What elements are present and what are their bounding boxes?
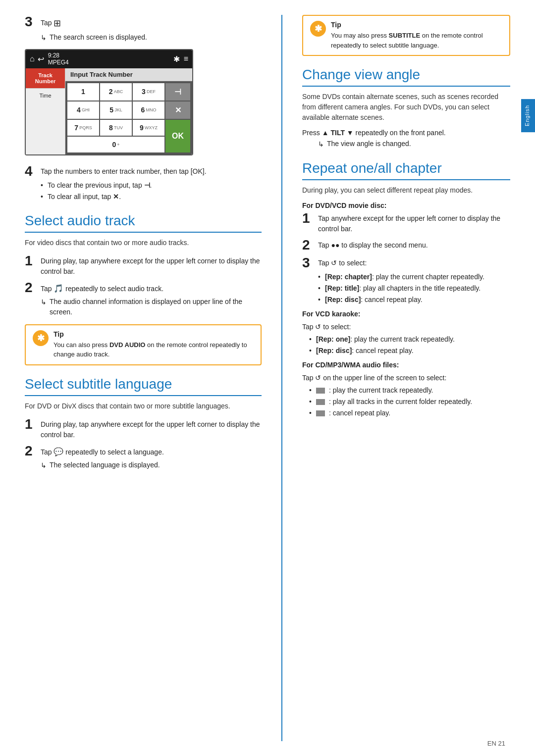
change-view-angle-heading: Change view angle [302, 67, 510, 87]
track-number-btn[interactable]: TrackNumber [26, 68, 65, 89]
screen-header-icons: ⌂ ↩ [30, 54, 44, 64]
screen-main: IInput Track Number 1 2 ABC 3 DEF ⊣ 4 GH… [65, 68, 192, 154]
numpad-9[interactable]: 9 WXYZ [133, 120, 164, 136]
subtitle-step-2-arrow-text: The selected language is displayed. [50, 460, 160, 470]
screen-time-value: 9:28 [48, 52, 69, 59]
repeat-cancel-icon [316, 410, 325, 416]
audio-tip-label: Tip [54, 330, 254, 338]
select-subtitle-heading: Select subtitle language [25, 376, 262, 396]
side-tab-english: English [521, 99, 535, 132]
numpad-4[interactable]: 4 GHI [67, 101, 99, 119]
step-3-container: 3 Tap ⊞ ↳ The search screen is displayed… [25, 15, 262, 43]
numpad-1[interactable]: 1 [67, 83, 99, 101]
dvd-step-3: 3 Tap ↺ to select: [Rep: chapter]: play … [302, 256, 510, 305]
input-track-label: IInput Track Number [65, 68, 192, 81]
audio-step-1: 1 During play, tap anywhere except for t… [25, 254, 262, 277]
screen-left-panel: TrackNumber Time [26, 68, 65, 154]
audio-step-1-num: 1 [25, 254, 36, 268]
subtitle-step-1-num: 1 [25, 417, 36, 431]
repeat-chapter-desc: During play, you can select different re… [302, 185, 510, 196]
numpad-7[interactable]: 7 PQRS [67, 120, 99, 136]
numpad-clear[interactable]: ✕ [165, 101, 190, 119]
vcd-karaoke-bullet-2: [Rep: disc]: cancel repeat play. [309, 346, 510, 356]
screen-header: ⌂ ↩ 9:28 MPEG4 ✱ ≡ [26, 50, 192, 68]
dvd-step-2: 2 Tap ●● to display the second menu. [302, 238, 510, 252]
audio-tip-box: ✱ Tip You can also press DVD AUDIO on th… [25, 324, 262, 365]
time-btn[interactable]: Time [26, 89, 65, 102]
step-3-result: ↳ The search screen is displayed. [41, 32, 262, 43]
dvd-step-1: 1 Tap anywhere except for the upper left… [302, 211, 510, 234]
vcd-karaoke-heading: For VCD karaoke: [302, 310, 510, 318]
arrow-icon-view: ↳ [318, 139, 324, 150]
dvd-step-2-text: Tap ●● to display the second menu. [318, 238, 428, 251]
audio-tip-text: You can also press DVD AUDIO on the remo… [54, 340, 254, 359]
repeat-chapter-heading: Repeat one/all chapter [302, 160, 510, 180]
numpad-6[interactable]: 6 MNO [133, 101, 164, 119]
audio-tip-icon: ✱ [33, 330, 49, 346]
back-icon: ↩ [38, 54, 44, 64]
numpad: 1 2 ABC 3 DEF ⊣ 4 GHI 5 JKL 6 MNO ✕ 7 PQ… [65, 81, 192, 154]
arrow-icon-3: ↳ [41, 33, 47, 43]
subtitle-tip-label: Tip [331, 21, 502, 29]
step-3-text: Tap ⊞ [41, 15, 61, 30]
numpad-3[interactable]: 3 DEF [133, 83, 164, 101]
subtitle-tip-icon: ✱ [310, 21, 326, 37]
screen-icon-2: ≡ [184, 54, 188, 63]
step-4-text: Tap the numbers to enter track number, t… [41, 164, 207, 177]
arrow-icon-audio2: ↳ [41, 297, 47, 307]
vcd-karaoke-bullet-1: [Rep: one]: play the current track repea… [309, 334, 510, 345]
repeat-folder-icon [316, 399, 325, 405]
numpad-2[interactable]: 2 ABC [100, 83, 132, 101]
numpad-8[interactable]: 8 TUV [100, 120, 132, 136]
subtitle-tip-box: ✱ Tip You may also press SUBTITLE on the… [302, 15, 510, 56]
audio-step-2-arrow-text: The audio channel information is display… [50, 297, 262, 317]
subtitle-step-2-num: 2 [25, 444, 36, 458]
subtitle-step-2-arrow: ↳ The selected language is displayed. [41, 460, 262, 471]
audio-step-2-arrow: ↳ The audio channel information is displ… [41, 297, 262, 317]
dvd-step-3-bullets: [Rep: chapter]: play the current chapter… [318, 272, 510, 305]
cd-mp3-heading: For CD/MP3/WMA audio files: [302, 361, 510, 369]
dvd-step-3-text: Tap ↺ to select: [318, 256, 367, 268]
dvd-step-1-num: 1 [302, 211, 313, 225]
cd-mp3-bullet-3: : cancel repeat play. [309, 408, 510, 418]
select-audio-heading: Select audio track [25, 213, 262, 233]
star-icon: ✱ [37, 333, 45, 344]
subtitle-step-2: 2 Tap 💬 repeatedly to select a language.… [25, 444, 262, 471]
numpad-5[interactable]: 5 JKL [100, 101, 132, 119]
subtitle-step-1-text: During play, tap anywhere except for the… [41, 417, 262, 440]
cd-mp3-bullet-2: : play all tracks in the current folder … [309, 397, 510, 407]
step-4-number: 4 [25, 164, 36, 178]
cd-mp3-intro: Tap ↺ on the upper line of the screen to… [302, 371, 510, 383]
screen-icon-1: ✱ [173, 54, 180, 64]
subtitle-step-2-text: Tap 💬 repeatedly to select a language. [41, 444, 164, 458]
vcd-karaoke-intro: Tap ↺ to select: [302, 320, 510, 332]
dvd-bullet-1: [Rep: chapter]: play the current chapter… [318, 272, 510, 282]
select-audio-desc: For video discs that contain two or more… [25, 238, 262, 248]
press-tilt-line: Press ▲ TILT ▼ repeatedly on the front p… [302, 129, 510, 137]
select-subtitle-desc: For DVD or DivX discs that contain two o… [25, 401, 262, 411]
numpad-backspace[interactable]: ⊣ [165, 83, 190, 101]
screen-mockup: ⌂ ↩ 9:28 MPEG4 ✱ ≡ TrackNumber T [25, 49, 193, 155]
repeat-current-icon [316, 388, 325, 394]
dvd-vcd-heading: For DVD/VCD movie disc: [302, 202, 510, 209]
step-4-container: 4 Tap the numbers to enter track number,… [25, 164, 262, 202]
home-icon: ⌂ [30, 54, 35, 63]
cd-mp3-bullets: : play the current track repeatedly. : p… [309, 385, 510, 418]
screen-header-right: ✱ ≡ [173, 54, 188, 64]
step-3-sub-text: The search screen is displayed. [50, 32, 147, 43]
star-icon-2: ✱ [315, 23, 322, 34]
cd-mp3-bullet-1: : play the current track repeatedly. [309, 385, 510, 396]
subtitle-tip-text: You may also press SUBTITLE on the remot… [331, 31, 502, 50]
audio-step-2-text: Tap 🎵 repeatedly to select audio track. [41, 281, 163, 295]
step-4-bullet-1: To clear the previous input, tap ⊣. [41, 180, 262, 191]
screen-format-value: MPEG4 [48, 59, 69, 66]
dvd-bullet-2: [Rep: title]: play all chapters in the t… [318, 283, 510, 294]
audio-step-1-text: During play, tap anywhere except for the… [41, 254, 262, 277]
ok-button[interactable]: OK [165, 120, 190, 152]
numpad-0[interactable]: 0 + [67, 137, 164, 152]
audio-step-2-num: 2 [25, 281, 36, 295]
dvd-step-2-num: 2 [302, 238, 313, 252]
step-4-bullets: To clear the previous input, tap ⊣. To c… [41, 180, 262, 202]
screen-body: TrackNumber Time IInput Track Number 1 2… [26, 68, 192, 154]
audio-tip-content: Tip You can also press DVD AUDIO on the … [54, 330, 254, 359]
